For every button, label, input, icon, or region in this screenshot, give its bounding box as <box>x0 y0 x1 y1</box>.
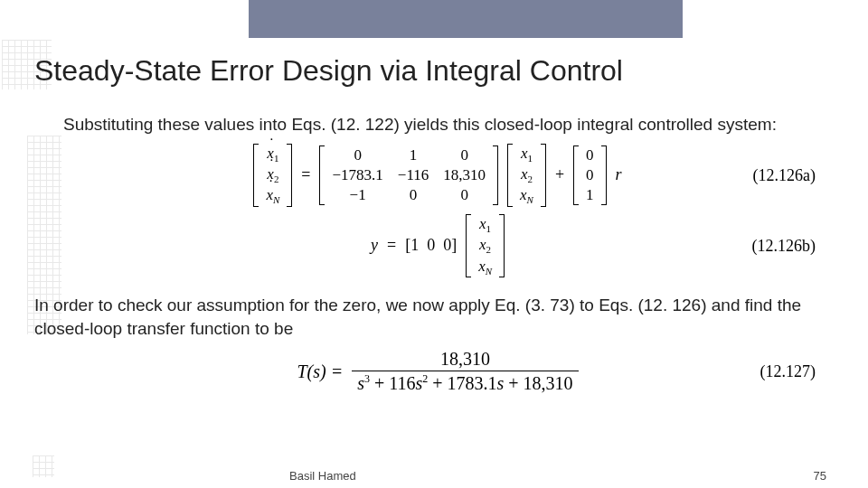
equation-label: (12.127) <box>760 362 816 381</box>
matrix-x-b: x1 x2 xN <box>466 214 505 277</box>
tf-lhs: T(s) = <box>297 361 343 382</box>
matrix-B: 0 0 1 <box>573 145 607 205</box>
matrix-A: 010 −1783.1−11618,310 −100 <box>319 145 498 205</box>
equation-block-a: x1 x2 xN = 010 −1783.1−11618,310 −100 <box>34 144 841 207</box>
slide-title: Steady-State Error Design via Integral C… <box>34 54 841 88</box>
tf-fraction: 18,310 s3 + 116s2 + 1783.1s + 18,310 <box>352 349 579 394</box>
footer-page-number: 75 <box>814 469 826 483</box>
slide-body: Steady-State Error Design via Integral C… <box>34 54 841 470</box>
equation-label: (12.126a) <box>753 165 816 184</box>
matrix-x: x1 x2 xN <box>507 144 546 207</box>
footer-author: Basil Hamed <box>289 469 356 483</box>
paragraph-followup: In order to check our assumption for the… <box>34 294 841 340</box>
header-accent-bar <box>249 0 683 38</box>
eq-output-y: y <box>371 236 378 255</box>
eq-input-r: r <box>616 165 622 184</box>
paragraph-intro: Substituting these values into Eqs. (12.… <box>63 113 832 136</box>
matrix-xdot: x1 x2 xN <box>253 144 292 207</box>
equation-block-tf: T(s) = 18,310 s3 + 116s2 + 1783.1s + 18,… <box>34 349 841 394</box>
equation-block-b: y = [1 0 0] x1 x2 xN (12.126b) <box>34 214 841 277</box>
equation-label: (12.126b) <box>752 236 816 255</box>
